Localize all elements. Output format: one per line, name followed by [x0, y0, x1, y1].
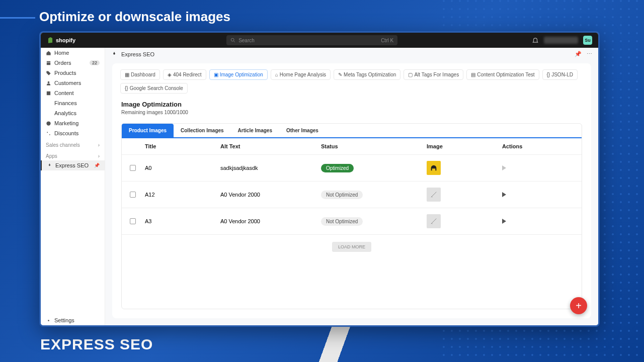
- status-badge: Optimized: [321, 164, 354, 172]
- sidebar-item-orders[interactable]: Orders22: [41, 58, 105, 68]
- sidebar-item-content[interactable]: Content: [41, 88, 105, 98]
- image-thumb[interactable]: [427, 214, 441, 228]
- tab-homepage[interactable]: ⌂Home Page Analysis: [271, 69, 331, 80]
- cell-title: A12: [145, 192, 220, 198]
- tag-icon: [46, 70, 51, 76]
- table-row: A0 sadkjsadjkasdk Optimized: [122, 155, 582, 182]
- shopify-icon: [47, 37, 54, 44]
- cell-title: A0: [145, 165, 220, 171]
- avatar[interactable]: Su: [583, 36, 592, 45]
- tab-alt[interactable]: ▢Alt Tags For Images: [404, 69, 463, 80]
- svg-point-0: [231, 38, 234, 41]
- cell-alt: A0 Vendor 2000: [220, 218, 321, 224]
- sidebar: Home Orders22 Products Customers Content…: [41, 48, 105, 325]
- app-window: shopify Search Ctrl K Su Home Orders22 P…: [39, 31, 600, 327]
- svg-point-4: [47, 132, 48, 133]
- pin-icon[interactable]: 📌: [94, 163, 100, 168]
- status-badge: Not Optimized: [321, 191, 363, 199]
- sidebar-item-express-seo[interactable]: Express SEO📌: [41, 160, 105, 170]
- headphone-icon: [430, 164, 438, 172]
- optimize-button[interactable]: [502, 192, 506, 197]
- content-icon: [46, 90, 51, 96]
- target-icon: [46, 121, 51, 126]
- orders-icon: [46, 60, 51, 66]
- optimize-button[interactable]: [502, 165, 506, 170]
- user-icon: [46, 80, 51, 86]
- sidebar-apps[interactable]: Apps›: [41, 149, 105, 160]
- sidebar-item-products[interactable]: Products: [41, 68, 105, 78]
- main-card: ▦Dashboard ◈404 Redirect ▣Image Optimiza…: [112, 63, 591, 318]
- tab-image-optimization[interactable]: ▣Image Optimization: [209, 69, 268, 80]
- cell-title: A3: [145, 218, 220, 224]
- table-row: A3 A0 Vendor 2000 Not Optimized: [122, 208, 582, 235]
- sidebar-item-customers[interactable]: Customers: [41, 78, 105, 88]
- cell-alt: sadkjsadjkasdk: [220, 165, 321, 171]
- sidebar-item-home[interactable]: Home: [41, 48, 105, 58]
- tab-404[interactable]: ◈404 Redirect: [163, 69, 206, 80]
- fab-add-button[interactable]: +: [570, 297, 587, 314]
- section-title: Image Optimization: [121, 101, 582, 108]
- tab-meta[interactable]: ✎Meta Tags Optimization: [334, 69, 400, 80]
- orders-badge: 22: [90, 60, 100, 65]
- svg-point-5: [49, 134, 50, 135]
- row-checkbox[interactable]: [130, 192, 136, 198]
- tab-dashboard[interactable]: ▦Dashboard: [120, 69, 160, 80]
- row-checkbox[interactable]: [130, 218, 136, 224]
- percent-icon: [46, 131, 51, 136]
- chart-icon: [46, 111, 51, 116]
- subtab-other[interactable]: Other Images: [279, 124, 326, 137]
- table-header: Title Alt Text Status Image Actions: [122, 138, 582, 155]
- subtab-article[interactable]: Article Images: [231, 124, 279, 137]
- table-row: A12 A0 Vendor 2000 Not Optimized: [122, 182, 582, 208]
- optimize-button[interactable]: [502, 219, 506, 224]
- notifications-icon[interactable]: [532, 37, 539, 44]
- topbar: shopify Search Ctrl K Su: [41, 33, 598, 48]
- rocket-icon: [111, 51, 117, 57]
- finance-icon: [46, 101, 51, 106]
- image-thumb[interactable]: [427, 188, 441, 202]
- pen-icon: [430, 191, 438, 199]
- svg-point-1: [48, 81, 50, 83]
- pen-icon: [430, 217, 438, 225]
- subtab-product[interactable]: Product Images: [122, 124, 174, 137]
- sidebar-sales-channels[interactable]: Sales channels›: [41, 138, 105, 149]
- brand[interactable]: shopify: [47, 37, 75, 44]
- image-thumb[interactable]: [427, 161, 441, 175]
- tab-content-opt[interactable]: ▤Content Optimization Test: [466, 69, 539, 80]
- page-title: Optimize or downscale images: [39, 9, 230, 25]
- rocket-icon: [47, 163, 52, 168]
- sidebar-item-marketing[interactable]: Marketing: [41, 118, 105, 128]
- tab-gsc[interactable]: {}Google Search Console: [120, 83, 188, 94]
- search-icon: [230, 38, 235, 43]
- home-icon: [46, 50, 51, 56]
- pin-icon[interactable]: 📌: [575, 51, 582, 57]
- row-checkbox[interactable]: [130, 165, 136, 171]
- search-input[interactable]: Search Ctrl K: [226, 35, 397, 45]
- svg-point-6: [48, 320, 49, 321]
- svg-point-3: [48, 123, 49, 124]
- sidebar-item-discounts[interactable]: Discounts: [41, 128, 105, 138]
- more-icon[interactable]: ⋯: [587, 51, 592, 57]
- breadcrumb: Express SEO 📌 ⋯: [105, 48, 598, 60]
- tab-jsonld[interactable]: {}JSON-LD: [542, 69, 578, 80]
- load-more-button[interactable]: LOAD MORE: [332, 242, 371, 252]
- sidebar-item-analytics[interactable]: Analytics: [41, 108, 105, 118]
- subtab-nav: Product Images Collection Images Article…: [122, 124, 582, 138]
- cell-alt: A0 Vendor 2000: [220, 192, 321, 198]
- footer-brand: EXPRESS SEO: [40, 336, 153, 353]
- user-name[interactable]: [544, 37, 578, 44]
- gear-icon: [46, 318, 51, 323]
- status-badge: Not Optimized: [321, 217, 363, 226]
- sidebar-item-settings[interactable]: Settings: [41, 315, 105, 325]
- subtab-collection[interactable]: Collection Images: [174, 124, 231, 137]
- sidebar-item-finances[interactable]: Finances: [41, 98, 105, 108]
- section-subtitle: Remaining images 1000/1000: [121, 110, 582, 115]
- tab-nav: ▦Dashboard ◈404 Redirect ▣Image Optimiza…: [112, 69, 591, 94]
